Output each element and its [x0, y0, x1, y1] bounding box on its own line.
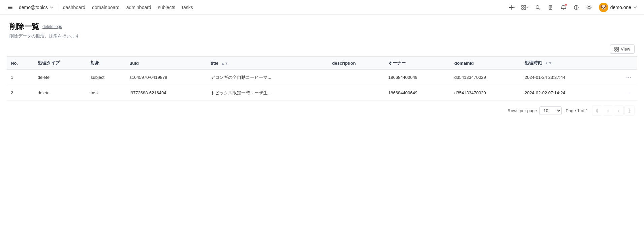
title-row: 削除一覧 delete logs	[9, 22, 635, 32]
view-icon	[614, 47, 619, 52]
topnav: demo@topics dashboard domainboard adminb…	[0, 0, 644, 15]
row-actions-button[interactable]: ···	[624, 73, 633, 82]
cell-uuid: s1645970-0419879	[125, 70, 207, 85]
nav-domainboard[interactable]: domainboard	[89, 3, 123, 11]
svg-rect-1	[8, 7, 12, 8]
sun-icon	[586, 5, 592, 10]
svg-rect-5	[522, 8, 523, 9]
svg-rect-14	[617, 50, 619, 51]
cell-target: subject	[87, 70, 125, 85]
svg-rect-12	[617, 47, 619, 49]
cell-type: delete	[34, 85, 87, 101]
user-chevron-icon	[633, 5, 637, 9]
col-domain-id: domainId	[450, 57, 521, 70]
pagination-bar: Rows per page 10 25 50 Page 1 of 1 ⟪ ‹ ›…	[0, 101, 644, 120]
nav-adminboard[interactable]: adminboard	[123, 3, 155, 11]
rows-per-page-control: Rows per page 10 25 50	[508, 106, 561, 115]
cell-domain-id: d354133470029	[450, 70, 521, 85]
cell-owner: 186684400649	[384, 70, 450, 85]
col-owner: オーナー	[384, 57, 450, 70]
cell-description	[328, 70, 384, 85]
cell-owner: 186684400649	[384, 85, 450, 101]
menu-icon[interactable]	[4, 1, 16, 13]
col-description: description	[328, 57, 384, 70]
user-menu[interactable]: 🐶 demo.one	[596, 1, 640, 13]
files-icon-btn[interactable]	[545, 2, 556, 13]
table-row: 1 delete subject s1645970-0419879 デロンギの全…	[7, 70, 637, 85]
cell-type: delete	[34, 70, 87, 85]
svg-rect-2	[8, 8, 12, 9]
data-table: No. 処理タイプ 対象 uuid title ▲▼ description オ…	[7, 56, 637, 101]
cell-title: トピックス限定一時ユーザ生...	[207, 85, 328, 101]
cell-time: 2024-02-02 07:14:24	[521, 85, 607, 101]
search-icon	[535, 5, 541, 10]
add-button[interactable]	[507, 2, 518, 13]
page-info: Page 1 of 1	[566, 108, 588, 113]
caret-icon2	[526, 6, 529, 9]
svg-rect-0	[8, 6, 12, 6]
files-icon	[548, 5, 553, 10]
cell-no: 1	[7, 70, 34, 85]
search-icon-btn[interactable]	[532, 2, 544, 13]
svg-rect-3	[522, 5, 523, 7]
cell-actions: ···	[607, 85, 637, 101]
table-body: 1 delete subject s1645970-0419879 デロンギの全…	[7, 70, 637, 101]
page-title: 削除一覧	[9, 22, 39, 32]
chevron-down-icon	[49, 5, 54, 10]
topnav-right: 🐶 demo.one	[507, 1, 640, 13]
cell-actions: ···	[607, 70, 637, 85]
col-actions	[607, 57, 637, 70]
svg-point-10	[588, 6, 590, 8]
notification-badge	[565, 4, 567, 6]
table-header-row: No. 処理タイプ 対象 uuid title ▲▼ description オ…	[7, 57, 637, 70]
cell-time: 2024-01-24 23:37:44	[521, 70, 607, 85]
col-uuid: uuid	[125, 57, 207, 70]
next-page-button[interactable]: ›	[614, 105, 624, 116]
prev-page-button[interactable]: ‹	[603, 105, 613, 116]
theme-icon-btn[interactable]	[583, 2, 595, 13]
col-no: No.	[7, 57, 34, 70]
last-page-button[interactable]: ⟫	[624, 105, 635, 116]
nav-subjects[interactable]: subjects	[155, 3, 179, 11]
rows-per-page-label: Rows per page	[508, 108, 537, 113]
info-icon-btn[interactable]	[571, 2, 582, 13]
page-subtitle: 削除データの復活、抹消を行います	[9, 33, 635, 39]
col-time[interactable]: 処理時刻 ▲▼	[521, 57, 607, 70]
workspace-selector[interactable]: demo@topics	[16, 3, 57, 11]
view-button[interactable]: View	[610, 44, 635, 54]
nav-dashboard[interactable]: dashboard	[60, 3, 89, 11]
delete-logs-link[interactable]: delete logs	[42, 24, 62, 29]
shortcut-icon[interactable]	[519, 2, 531, 13]
col-type: 処理タイプ	[34, 57, 87, 70]
table-area: View No. 処理タイプ 対象 uuid title ▲▼ descript…	[0, 42, 644, 101]
title-sort-icon: ▲▼	[221, 61, 228, 65]
workspace-label: demo@topics	[19, 5, 48, 10]
svg-rect-13	[615, 50, 616, 51]
table-toolbar: View	[7, 42, 637, 56]
cell-description	[328, 85, 384, 101]
info-icon	[574, 5, 579, 10]
user-name: demo.one	[610, 5, 631, 10]
cell-title: デロンギの全自動コーヒーマ...	[207, 70, 328, 85]
col-target: 対象	[87, 57, 125, 70]
table-row: 2 delete task t9772688-6216494 トピックス限定一時…	[7, 85, 637, 101]
notifications-icon-btn[interactable]	[558, 2, 569, 13]
view-label: View	[621, 46, 630, 52]
first-page-button[interactable]: ⟪	[592, 105, 602, 116]
col-title[interactable]: title ▲▼	[207, 57, 328, 70]
nav-tasks[interactable]: tasks	[179, 3, 196, 11]
page-nav: ⟪ ‹ › ⟫	[592, 105, 635, 116]
cell-no: 2	[7, 85, 34, 101]
page-header: 削除一覧 delete logs 削除データの復活、抹消を行います	[0, 15, 644, 42]
rows-per-page-select[interactable]: 10 25 50	[539, 106, 562, 115]
nav-separator	[59, 4, 59, 11]
cell-uuid: t9772688-6216494	[125, 85, 207, 101]
row-actions-button[interactable]: ···	[624, 89, 633, 97]
svg-rect-11	[615, 47, 616, 49]
cell-target: task	[87, 85, 125, 101]
avatar: 🐶	[599, 3, 608, 12]
cell-domain-id: d354133470029	[450, 85, 521, 101]
time-sort-icon: ▲▼	[545, 61, 552, 65]
caret-icon	[513, 6, 516, 9]
